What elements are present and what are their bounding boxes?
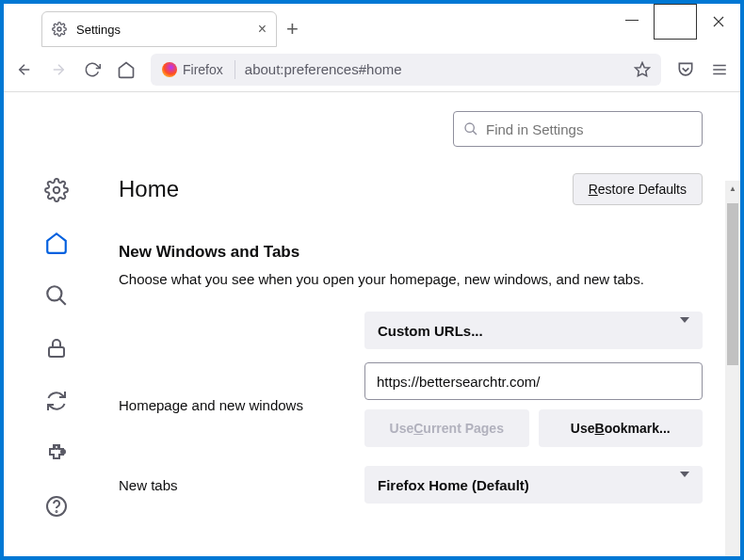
section-title: New Windows and Tabs — [119, 243, 703, 262]
svg-point-3 — [47, 286, 61, 300]
svg-marker-1 — [636, 62, 650, 75]
browser-toolbar: Firefox about:preferences#home — [4, 47, 740, 92]
svg-rect-4 — [49, 347, 64, 357]
settings-sidebar — [4, 92, 109, 556]
tab-title: Settings — [76, 23, 249, 37]
scroll-up-arrow[interactable]: ▲ — [725, 181, 740, 196]
restore-defaults-button[interactable]: Restore Defaults — [573, 173, 703, 205]
find-in-settings-input[interactable] — [486, 121, 692, 137]
use-bookmark-button[interactable]: Use Bookmark... — [539, 409, 704, 447]
newtabs-value: Firefox Home (Default) — [378, 477, 529, 493]
sidebar-item-privacy[interactable] — [43, 335, 70, 361]
find-in-settings[interactable] — [453, 111, 703, 147]
tab-close-button[interactable]: × — [258, 21, 267, 38]
gear-icon — [52, 22, 67, 37]
reload-button[interactable] — [83, 60, 102, 79]
window-controls: — — [610, 4, 740, 40]
url-text: about:preferences#home — [245, 61, 402, 77]
homepage-mode-value: Custom URLs... — [378, 323, 483, 339]
titlebar: Settings × + — — [4, 4, 740, 47]
content-area: Home Restore Defaults New Windows and Ta… — [4, 92, 740, 556]
section-description: Choose what you see when you open your h… — [119, 269, 703, 289]
window-maximize-button[interactable] — [654, 4, 697, 40]
scrollbar-thumb[interactable] — [727, 203, 738, 365]
use-current-pages-button: Use Current Pages — [364, 409, 529, 447]
homepage-url-input[interactable] — [364, 362, 703, 400]
svg-point-9 — [465, 123, 474, 132]
pocket-button[interactable] — [676, 60, 695, 79]
sidebar-item-help[interactable] — [43, 493, 70, 520]
forward-button — [49, 60, 68, 79]
new-tab-button[interactable]: + — [286, 17, 299, 41]
svg-point-0 — [57, 27, 61, 31]
chevron-down-icon — [680, 477, 689, 493]
sidebar-item-general[interactable] — [43, 177, 70, 203]
chevron-down-icon — [680, 323, 689, 339]
address-bar[interactable]: Firefox about:preferences#home — [151, 54, 661, 86]
newtabs-label: New tabs — [119, 477, 349, 493]
window-minimize-button[interactable]: — — [610, 1, 654, 37]
sidebar-item-search[interactable] — [43, 282, 70, 309]
homepage-label: Homepage and new windows — [119, 397, 349, 413]
browser-tab[interactable]: Settings × — [41, 11, 277, 47]
identity-badge[interactable]: Firefox — [160, 57, 225, 82]
page-title: Home — [119, 176, 179, 202]
sidebar-item-home[interactable] — [43, 230, 70, 256]
back-button[interactable] — [15, 60, 34, 79]
identity-label: Firefox — [183, 62, 223, 77]
svg-point-8 — [57, 511, 57, 512]
sidebar-item-sync[interactable] — [43, 388, 70, 414]
homepage-mode-select[interactable]: Custom URLs... — [364, 312, 703, 349]
bookmark-star-button[interactable] — [633, 60, 652, 79]
divider — [235, 60, 235, 79]
vertical-scrollbar[interactable]: ▲ — [725, 181, 740, 556]
window-close-button[interactable] — [697, 4, 740, 40]
firefox-icon — [162, 62, 177, 77]
home-icon[interactable] — [117, 60, 136, 79]
sidebar-item-extensions[interactable] — [43, 440, 70, 467]
app-menu-button[interactable] — [710, 60, 729, 79]
search-icon — [463, 121, 478, 136]
settings-main: Home Restore Defaults New Windows and Ta… — [109, 92, 740, 556]
svg-point-5 — [55, 445, 58, 449]
newtabs-select[interactable]: Firefox Home (Default) — [364, 466, 703, 504]
svg-point-2 — [54, 187, 60, 194]
